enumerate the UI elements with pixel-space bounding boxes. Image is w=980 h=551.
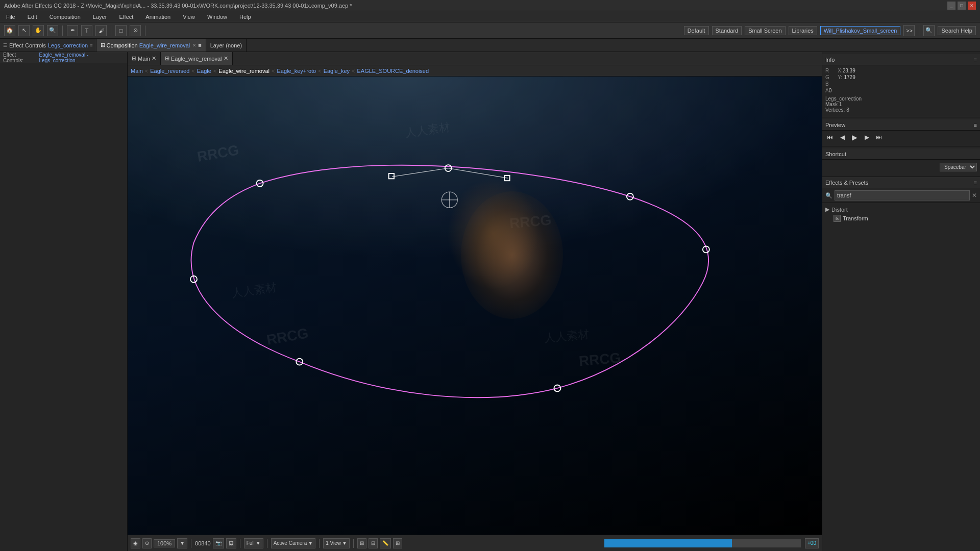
vc-sep-2	[240, 539, 240, 548]
select-tool-btn[interactable]: ↖	[18, 25, 30, 36]
ep-search-input[interactable]	[835, 190, 970, 201]
close-button[interactable]: ✕	[968, 2, 976, 10]
ec-label: Effect Controls:	[3, 52, 37, 63]
zoom-dropdown[interactable]: ▼	[177, 538, 187, 548]
maximize-button[interactable]: □	[958, 2, 966, 10]
motion-blur-btn[interactable]: ⊙	[142, 538, 152, 548]
timecode-display[interactable]: 00840	[195, 540, 211, 546]
breadcrumb-sep-3: <	[213, 68, 216, 74]
menu-edit[interactable]: Edit	[26, 13, 39, 21]
overlay-btn[interactable]: ⊞	[357, 538, 366, 548]
info-vertices: Vertices: 8	[825, 107, 977, 113]
roto-tool-btn[interactable]: ⊙	[130, 25, 141, 36]
info-options[interactable]: ≡	[974, 57, 977, 63]
home-tool-btn[interactable]: 🏠	[4, 25, 15, 36]
menu-effect[interactable]: Effect	[117, 13, 135, 21]
info-mask-name: Mask 1	[825, 102, 977, 107]
info-color-coords: R G B A0 X:23.39 Y:1729	[825, 67, 977, 94]
menu-window[interactable]: Window	[205, 13, 229, 21]
effect-controls-target: Legs_correction	[48, 42, 88, 48]
comp-tab-close[interactable]: ✕	[192, 43, 197, 48]
center-panel: ⊞ Main ✕ ⊞ Eagle_wire_removal ✕ Main < E…	[128, 52, 822, 551]
breadcrumb-eagle-reversed[interactable]: Eagle_reversed	[150, 68, 189, 74]
grid-btn[interactable]: ⊟	[369, 538, 378, 548]
ep-options[interactable]: ≡	[974, 180, 977, 186]
zoom-level[interactable]: 100%	[154, 539, 175, 547]
menu-layer[interactable]: Layer	[91, 13, 109, 21]
pen-tool-btn[interactable]: ✒	[67, 25, 78, 36]
menu-file[interactable]: File	[4, 13, 17, 21]
workspace-overflow[interactable]: >>	[903, 25, 915, 36]
rulers-btn[interactable]: 📏	[380, 538, 391, 548]
quality-label: Full	[247, 540, 255, 546]
camera-label: Active Camera	[274, 540, 307, 546]
claw-detail	[447, 178, 539, 290]
guides-btn[interactable]: ⊞	[393, 538, 402, 548]
ep-clear-button[interactable]: ✕	[972, 192, 977, 199]
camera-dropdown[interactable]: Active Camera ▼	[271, 538, 315, 548]
panel-menu-icon[interactable]: ☰	[3, 43, 7, 48]
composition-tab[interactable]: ⊞ Composition Eagle_wire_removal ✕ ≡	[96, 39, 206, 52]
breadcrumb-eagle-wire[interactable]: Eagle_wire_removal	[218, 68, 270, 74]
preview-play-btn[interactable]: ▶	[850, 133, 859, 142]
menu-view[interactable]: View	[181, 13, 197, 21]
show-snapshot-btn[interactable]: 🖼	[226, 538, 236, 548]
menu-help[interactable]: Help	[237, 13, 253, 21]
workspace-standard[interactable]: Standard	[712, 26, 742, 35]
ep-item-transform[interactable]: fx Transform	[825, 214, 977, 223]
workspace-small-screen[interactable]: Small Screen	[745, 26, 785, 35]
breadcrumb-eagle-key-roto[interactable]: Eagle_key+roto	[277, 68, 316, 74]
eagle-wire-tab-icon: ⊞	[165, 55, 169, 62]
left-panel: Effect Controls: Eagle_wire_removal - Le…	[0, 52, 128, 551]
workspace-custom[interactable]: Will_Plishakov_Small_screen	[820, 26, 901, 35]
hand-tool-btn[interactable]: ✋	[33, 25, 44, 36]
comp-options-icon[interactable]: ≡	[198, 42, 201, 48]
snapshot-btn[interactable]: 📷	[213, 538, 224, 548]
text-tool-btn[interactable]: T	[81, 25, 92, 36]
comp-main-tab[interactable]: ⊞ Main ✕	[128, 52, 161, 65]
b-label: B	[825, 81, 829, 87]
info-header: Info ≡	[822, 54, 980, 65]
panel-options-icon[interactable]: ≡	[90, 43, 92, 48]
breadcrumb: Main < Eagle_reversed < Eagle < Eagle_wi…	[128, 65, 822, 77]
menu-composition[interactable]: Composition	[47, 13, 83, 21]
search-btn[interactable]: 🔍	[923, 25, 935, 36]
preview-last-btn[interactable]: ⏭	[874, 133, 884, 142]
shape-tool-btn[interactable]: □	[115, 25, 127, 36]
menu-animation[interactable]: Animation	[143, 13, 173, 21]
minimize-button[interactable]: _	[947, 2, 955, 10]
y-label: Y:	[838, 74, 842, 80]
workspace-libraries[interactable]: Libraries	[789, 26, 817, 35]
viewer-timeline-scrubber[interactable]	[604, 539, 801, 547]
brush-tool-btn[interactable]: 🖌	[95, 25, 107, 36]
preview-title: Preview	[825, 122, 845, 128]
distort-arrow: ▶	[825, 206, 829, 213]
ep-group-distort-header[interactable]: ▶ Distort	[825, 205, 977, 214]
info-panel-body: R G B A0 X:23.39 Y:1729 Legs_correction …	[822, 65, 980, 115]
viewport[interactable]: RRCG RRCG RRCG RRCG 人人素材 人人素材 人人素材	[128, 77, 822, 535]
transform-icon: fx	[834, 215, 841, 222]
shortcut-dropdown[interactable]: Spacebar	[940, 163, 977, 171]
breadcrumb-eagle[interactable]: Eagle	[197, 68, 211, 74]
layer-tab[interactable]: Layer (none)	[206, 39, 247, 52]
effect-controls-header: Effect Controls: Eagle_wire_removal - Le…	[0, 52, 127, 63]
quality-dropdown[interactable]: Full ▼	[244, 538, 263, 548]
ep-search-icon: 🔍	[825, 192, 832, 199]
zoom-tool-btn[interactable]: 🔍	[47, 25, 58, 36]
view-dropdown[interactable]: 1 View ▼	[323, 538, 350, 548]
workspace-default[interactable]: Default	[684, 26, 709, 35]
main-tab-close[interactable]: ✕	[152, 55, 156, 62]
search-help-field[interactable]: Search Help	[938, 26, 976, 35]
breadcrumb-sep-5: <	[318, 68, 321, 74]
breadcrumb-eagle-source[interactable]: EAGLE_SOURCE_denoised	[357, 68, 429, 74]
draft-3d-btn[interactable]: ◉	[131, 538, 140, 548]
breadcrumb-eagle-key[interactable]: Eagle_key	[324, 68, 350, 74]
comp-eagle-wire-tab[interactable]: ⊞ Eagle_wire_removal ✕	[161, 52, 233, 65]
breadcrumb-main[interactable]: Main	[131, 68, 143, 74]
preview-first-btn[interactable]: ⏮	[825, 133, 835, 142]
eagle-wire-tab-close[interactable]: ✕	[224, 55, 228, 62]
x-value: 23.39	[843, 68, 855, 73]
preview-options[interactable]: ≡	[974, 122, 977, 128]
preview-next-btn[interactable]: ▶	[862, 133, 871, 142]
preview-prev-btn[interactable]: ◀	[838, 133, 847, 142]
